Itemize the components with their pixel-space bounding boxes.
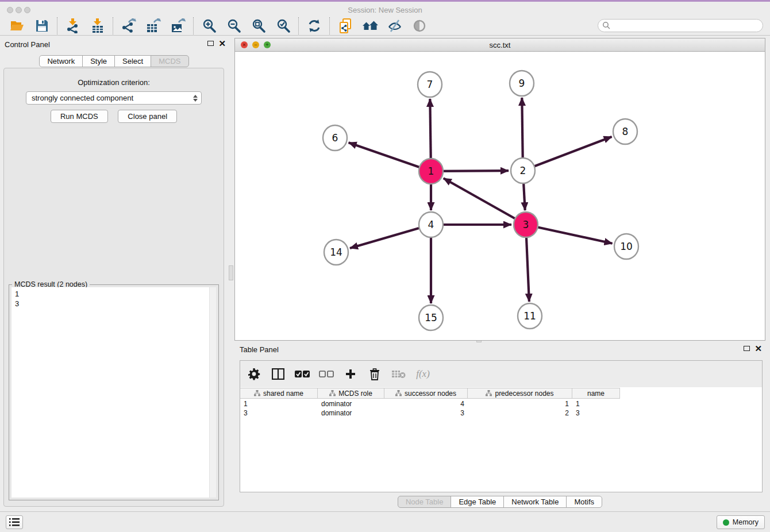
graph-edge-3-1[interactable] [444, 178, 526, 225]
zoom-selected-icon[interactable] [271, 17, 295, 34]
tab-mcds[interactable]: MCDS [151, 55, 188, 67]
tab-network-table[interactable]: Network Table [503, 496, 567, 508]
run-mcds-button[interactable]: Run MCDS [51, 110, 108, 123]
table-toolbar: f(x) [240, 361, 762, 387]
export-image-icon[interactable] [165, 17, 190, 34]
column-header-successor-nodes[interactable]: successor nodes [384, 388, 468, 398]
toolbar-separator [193, 17, 194, 34]
export-table-icon[interactable] [141, 17, 165, 34]
tab-network[interactable]: Network [39, 55, 83, 67]
float-panel-icon[interactable] [207, 41, 214, 46]
function-builder-icon[interactable]: f(x) [415, 366, 431, 382]
memory-button[interactable]: Memory [717, 515, 765, 529]
tab-edge-table[interactable]: Edge Table [451, 496, 504, 508]
zoom-in-icon[interactable] [197, 17, 221, 34]
graph-node-9[interactable]: 9 [510, 71, 534, 96]
criterion-value: strongly connected component [32, 94, 133, 102]
list-icon [9, 518, 20, 526]
close-panel-icon[interactable]: ✕ [218, 40, 226, 47]
open-session-icon[interactable] [5, 17, 29, 34]
save-session-icon[interactable] [29, 17, 54, 34]
mcds-result-group: MCDS result (2 nodes) 1 3 [9, 284, 219, 500]
apply-layout-icon[interactable] [302, 17, 326, 34]
deselect-all-icon[interactable] [318, 366, 334, 382]
graph-node-6[interactable]: 6 [323, 125, 347, 151]
graph-edge-3-10[interactable] [526, 225, 613, 244]
zoom-fit-icon[interactable] [246, 17, 271, 34]
svg-text:4: 4 [428, 219, 434, 230]
network-view-window: × − + scc.txt 7968124314101511 [234, 38, 765, 341]
toolbar-separator [298, 17, 299, 34]
graph-node-11[interactable]: 11 [518, 303, 542, 329]
optimization-criterion-label: Optimization criterion: [4, 78, 224, 87]
svg-text:6: 6 [332, 132, 338, 144]
graph-node-4[interactable]: 4 [419, 212, 443, 237]
first-neighbors-icon[interactable] [357, 17, 382, 34]
export-network-icon[interactable] [116, 17, 141, 34]
mcds-result-text: 1 3 [11, 287, 216, 498]
graph-node-10[interactable]: 10 [614, 234, 638, 259]
close-table-panel-icon[interactable]: ✕ [754, 345, 762, 352]
graph-node-7[interactable]: 7 [418, 72, 442, 97]
select-all-icon[interactable] [294, 366, 310, 382]
table-cell: 2 [468, 408, 572, 418]
table-tabs: Node TableEdge TableNetwork TableMotifs [234, 496, 765, 508]
control-panel-title: Control Panel [5, 40, 50, 49]
table-column-headers: shared nameMCDS rolesuccessor nodesprede… [240, 388, 620, 399]
table-row[interactable]: 3dominator323 [240, 408, 762, 418]
control-tabs: NetworkStyleSelectMCDS [0, 55, 228, 67]
table-cell: dominator [318, 399, 384, 408]
graph-edge-1-6[interactable] [349, 142, 431, 171]
column-header-predecessor-nodes[interactable]: predecessor nodes [468, 388, 572, 398]
tab-motifs[interactable]: Motifs [566, 496, 602, 508]
hide-details-icon[interactable] [382, 17, 407, 34]
svg-text:14: 14 [330, 246, 342, 258]
task-history-button[interactable] [6, 515, 23, 529]
svg-text:10: 10 [620, 241, 633, 252]
close-panel-button[interactable]: Close panel [118, 110, 177, 123]
float-table-panel-icon[interactable] [744, 346, 750, 351]
table-cell: 3 [384, 408, 468, 418]
import-table-icon[interactable] [85, 17, 110, 34]
graph-node-2[interactable]: 2 [511, 158, 535, 183]
search-box[interactable] [598, 19, 763, 32]
add-column-icon[interactable] [342, 366, 359, 382]
graph-node-1[interactable]: 1 [419, 159, 443, 184]
table-cell: 1 [240, 399, 318, 408]
graph-node-15[interactable]: 15 [419, 305, 443, 330]
column-header-MCDS-role[interactable]: MCDS role [318, 388, 384, 398]
graph-node-3[interactable]: 3 [514, 212, 538, 237]
delete-column-icon[interactable] [367, 366, 383, 382]
toggle-panel-icon[interactable] [270, 366, 286, 382]
column-header-shared-name[interactable]: shared name [240, 388, 318, 398]
network-titlebar[interactable]: × − + scc.txt [235, 38, 765, 52]
import-network-icon[interactable] [60, 17, 85, 34]
criterion-select[interactable]: strongly connected component [26, 91, 202, 105]
divider-grip[interactable] [229, 265, 233, 280]
graph-edge-2-8[interactable] [523, 137, 612, 171]
svg-text:7: 7 [427, 79, 433, 90]
node-table: f(x) shared nameMCDS rolesuccessor nodes… [240, 360, 763, 492]
network-canvas[interactable]: 7968124314101511 [235, 52, 765, 340]
column-header-name[interactable]: name [572, 388, 620, 398]
mcds-result-area[interactable]: 1 3 [11, 287, 216, 498]
table-cell: 4 [384, 399, 468, 408]
show-details-icon[interactable] [407, 17, 432, 34]
search-input[interactable] [611, 21, 763, 31]
tab-style[interactable]: Style [82, 55, 115, 67]
vertical-split-divider[interactable] [228, 36, 234, 511]
tab-node-table[interactable]: Node Table [398, 496, 452, 508]
zoom-out-icon[interactable] [221, 17, 246, 34]
graph-node-14[interactable]: 14 [324, 240, 348, 265]
settings-gear-icon[interactable] [246, 366, 262, 382]
graph-node-8[interactable]: 8 [613, 119, 637, 144]
svg-text:3: 3 [523, 219, 529, 230]
result-scrollbar[interactable] [209, 287, 216, 498]
toolbar-separator [329, 17, 330, 34]
table-row[interactable]: 1dominator411 [240, 399, 762, 408]
delete-table-icon[interactable] [391, 366, 407, 382]
toolbar-separator [113, 17, 113, 34]
clone-network-icon[interactable] [333, 17, 357, 34]
tab-select[interactable]: Select [114, 55, 151, 67]
session-title: Session: New Session [0, 6, 770, 14]
